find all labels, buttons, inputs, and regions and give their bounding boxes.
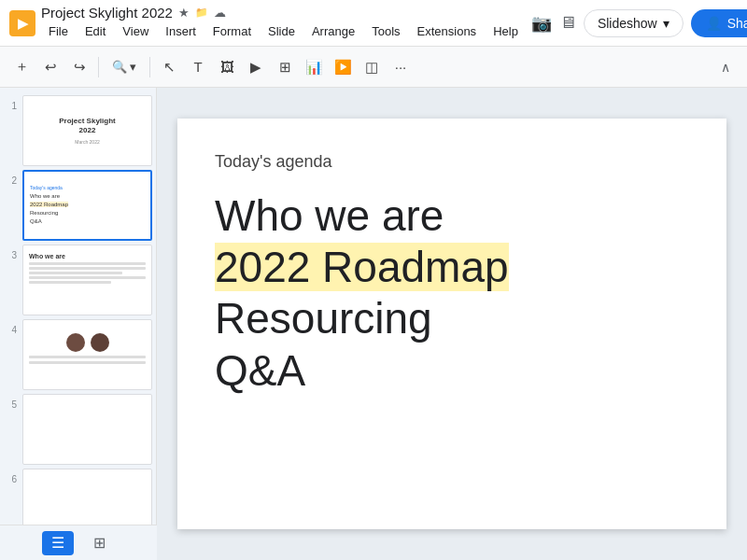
menu-insert[interactable]: Insert [158, 21, 204, 42]
bottom-bar: ☰ ⊞ [0, 525, 157, 560]
doc-title[interactable]: Project Skylight 2022 [41, 5, 173, 21]
folder-icon[interactable]: 📁 [195, 7, 208, 19]
thumb2-tag: Today's agenda [30, 185, 63, 190]
menu-arrange[interactable]: Arrange [304, 21, 362, 42]
toolbar: ＋ ↩ ↪ 🔍 ▾ ↖ T 🖼 ▶ ⊞ 📊 ▶️ ◫ ··· ∧ [0, 47, 747, 88]
title-area: Project Skylight 2022 ★ 📁 ☁ File Edit Vi… [41, 5, 526, 42]
topbar: ▶ Project Skylight 2022 ★ 📁 ☁ File Edit … [0, 0, 747, 47]
slide-thumb-5[interactable] [22, 394, 152, 465]
text-button[interactable]: T [184, 53, 212, 81]
video-button[interactable]: ▶️ [329, 53, 357, 81]
menu-view[interactable]: View [115, 21, 156, 42]
share-button[interactable]: 👤 Share [691, 9, 747, 37]
list-item: 4 [4, 319, 152, 390]
list-item: 1 Project Skylight2022 March 2022 [4, 95, 152, 166]
slide-panel: 1 Project Skylight2022 March 2022 2 Toda… [0, 88, 157, 560]
main-layout: 1 Project Skylight2022 March 2022 2 Toda… [0, 88, 747, 560]
more-button[interactable]: ··· [387, 53, 415, 81]
redo-button[interactable]: ↪ [65, 53, 93, 81]
right-controls: 📷 🖥 Slideshow ▾ 👤 Share U [531, 8, 747, 38]
separator-1 [98, 57, 99, 77]
slide-number-5: 5 [4, 394, 17, 410]
menu-extensions[interactable]: Extensions [410, 21, 485, 42]
chart-button[interactable]: 📊 [300, 53, 328, 81]
list-item: 2 Today's agenda Who we are 2022 Roadmap… [4, 170, 152, 241]
menu-bar: File Edit View Insert Format Slide Arran… [41, 21, 526, 42]
app-logo: ▶ [9, 10, 35, 36]
slide-thumb-3[interactable]: Who we are [22, 245, 152, 315]
slide-canvas[interactable]: Today's agenda Who we are 2022 Roadmap R… [177, 119, 726, 529]
slide-line-3: Resourcing [215, 293, 689, 344]
slide-thumb-1[interactable]: Project Skylight2022 March 2022 [22, 95, 152, 166]
slide-line-1: Who we are [215, 190, 689, 242]
camera-icon[interactable]: 📷 [531, 13, 552, 34]
menu-help[interactable]: Help [486, 21, 526, 42]
table-button[interactable]: ⊞ [271, 53, 299, 81]
image-button[interactable]: 🖼 [213, 53, 241, 81]
logo-icon: ▶ [18, 16, 28, 31]
menu-edit[interactable]: Edit [78, 21, 113, 42]
thumb3-title: Who we are [29, 253, 65, 259]
shapes-button[interactable]: ▶ [242, 53, 270, 81]
slide-content: Who we are 2022 Roadmap Resourcing Q&A [215, 190, 689, 397]
toolbar-group-left: ＋ ↩ ↪ 🔍 ▾ ↖ T 🖼 ▶ ⊞ 📊 ▶️ ◫ ··· [7, 53, 415, 81]
chevron-down-icon: ▾ [663, 16, 669, 31]
menu-tools[interactable]: Tools [364, 21, 407, 42]
slide-list-view-button[interactable]: ☰ [42, 531, 74, 555]
grid-view-button[interactable]: ⊞ [83, 531, 115, 555]
diagram-button[interactable]: ◫ [358, 53, 386, 81]
thumb4-circles [66, 333, 109, 352]
thumb3-lines [29, 262, 146, 286]
list-item: 5 [4, 394, 152, 465]
list-item: 3 Who we are [4, 245, 152, 315]
circle-2 [91, 333, 109, 352]
thumb2-content: Who we are 2022 Roadmap Resourcing Q&A [30, 192, 68, 226]
slide-number-1: 1 [4, 95, 17, 111]
circle-1 [66, 333, 85, 352]
slide-number-6: 6 [4, 469, 17, 484]
menu-file[interactable]: File [41, 21, 76, 42]
slideshow-label: Slideshow [598, 16, 657, 31]
slide-number-2: 2 [4, 170, 17, 186]
canvas-area: Today's agenda Who we are 2022 Roadmap R… [157, 88, 747, 560]
thumb4-line2 [29, 361, 146, 364]
thumb4-line1 [29, 356, 146, 358]
slide-number-3: 3 [4, 245, 17, 260]
slide-subtitle: Today's agenda [215, 152, 689, 172]
slideshow-button[interactable]: Slideshow ▾ [584, 9, 684, 37]
slide-thumb-4[interactable] [22, 319, 152, 390]
menu-slide[interactable]: Slide [261, 21, 303, 42]
zoom-button[interactable]: 🔍 ▾ [104, 53, 145, 81]
cast-icon[interactable]: 🖥 [559, 13, 576, 33]
undo-button[interactable]: ↩ [36, 53, 64, 81]
highlighted-text: 2022 Roadmap [215, 243, 509, 291]
slide-thumb-2[interactable]: Today's agenda Who we are 2022 Roadmap R… [22, 170, 152, 241]
star-icon[interactable]: ★ [178, 6, 190, 20]
slide-line-4: Q&A [215, 345, 689, 397]
separator-2 [149, 57, 150, 77]
share-icon: 👤 [706, 16, 722, 31]
slide-line-2: 2022 Roadmap [215, 242, 689, 293]
collapse-toolbar-button[interactable]: ∧ [712, 53, 740, 81]
thumb1-title: Project Skylight2022 [59, 117, 115, 134]
menu-format[interactable]: Format [205, 21, 259, 42]
slide-number-4: 4 [4, 319, 17, 335]
share-label: Share [727, 16, 747, 31]
cursor-button[interactable]: ↖ [155, 53, 183, 81]
thumb1-sub: March 2022 [75, 139, 99, 145]
add-button[interactable]: ＋ [7, 53, 35, 81]
cloud-icon[interactable]: ☁ [214, 6, 226, 20]
